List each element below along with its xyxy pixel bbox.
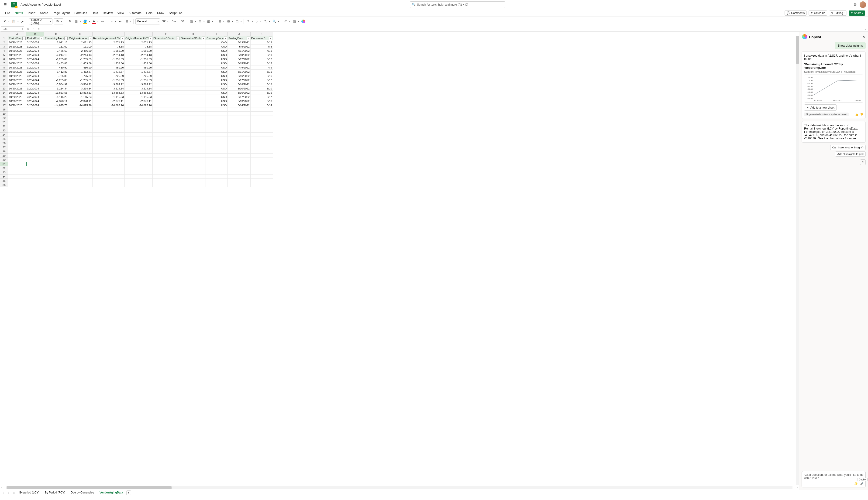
- cell[interactable]: [125, 149, 153, 154]
- cell[interactable]: [8, 170, 26, 174]
- fx-icon[interactable]: fx: [36, 27, 42, 31]
- row-header-30[interactable]: 30: [0, 158, 8, 162]
- undo-button[interactable]: ↶: [2, 19, 8, 24]
- cell[interactable]: [250, 145, 273, 149]
- row-header-26[interactable]: 26: [0, 141, 8, 145]
- row-header-7[interactable]: 7: [0, 61, 8, 66]
- cell[interactable]: [180, 133, 206, 137]
- cell[interactable]: -1,255.89: [44, 57, 68, 61]
- sheet-tab-vendoragingdata[interactable]: VendorAgingData: [97, 490, 125, 495]
- cell[interactable]: [153, 166, 180, 170]
- cell[interactable]: 10/20/2023: [8, 53, 26, 57]
- cell[interactable]: [26, 162, 44, 166]
- cell[interactable]: 10/20/2023: [8, 87, 26, 91]
- cell[interactable]: [125, 137, 153, 141]
- cell[interactable]: USD: [206, 49, 228, 53]
- cell[interactable]: [228, 154, 250, 158]
- filter-icon[interactable]: ▾: [269, 37, 272, 40]
- cell[interactable]: USD: [206, 66, 228, 70]
- row-header-5[interactable]: 5: [0, 53, 8, 57]
- cell[interactable]: [153, 116, 180, 120]
- cell[interactable]: 3/13: [250, 40, 273, 45]
- column-header-H[interactable]: H: [180, 32, 206, 36]
- cell[interactable]: [26, 120, 44, 124]
- cell[interactable]: [125, 116, 153, 120]
- cell[interactable]: 4/11/2022: [228, 49, 250, 53]
- cell[interactable]: 10/20/2023: [8, 74, 26, 78]
- cell[interactable]: [26, 166, 44, 170]
- cell[interactable]: [180, 179, 206, 183]
- cell[interactable]: [92, 166, 125, 170]
- cell[interactable]: USD: [206, 61, 228, 66]
- menu-tab-page-layout[interactable]: Page Layout: [50, 10, 72, 16]
- cell[interactable]: [8, 137, 26, 141]
- cell[interactable]: [228, 162, 250, 166]
- cell[interactable]: [153, 183, 180, 187]
- cell[interactable]: [92, 112, 125, 116]
- row-header-1[interactable]: 1: [0, 36, 8, 40]
- cell[interactable]: [180, 91, 206, 95]
- table-header-cell[interactable]: PostingDate▾: [228, 36, 250, 40]
- cell[interactable]: [153, 87, 180, 91]
- cell[interactable]: USD: [206, 103, 228, 107]
- cell[interactable]: [44, 141, 68, 145]
- cell[interactable]: 10/20/2023: [8, 70, 26, 74]
- sheet-tab-by-period-lcy-[interactable]: By period (LCY): [17, 490, 42, 495]
- formula-expand-icon[interactable]: ⌄: [863, 27, 868, 30]
- cell[interactable]: USD: [206, 78, 228, 82]
- suggestion-another-insight[interactable]: Can I see another insight?: [830, 145, 866, 150]
- cell[interactable]: [206, 112, 228, 116]
- cell[interactable]: [26, 107, 44, 112]
- cell[interactable]: [228, 170, 250, 174]
- cell[interactable]: 3/10/2022: [228, 53, 250, 57]
- cell[interactable]: [180, 112, 206, 116]
- cell[interactable]: [68, 116, 92, 120]
- cell[interactable]: [250, 116, 273, 120]
- cell[interactable]: -2,378.11: [125, 99, 153, 103]
- format-table-button[interactable]: ▤: [198, 19, 203, 24]
- cell[interactable]: [92, 107, 125, 112]
- cell[interactable]: [180, 74, 206, 78]
- cell[interactable]: [153, 137, 180, 141]
- cell[interactable]: [68, 141, 92, 145]
- cell[interactable]: [228, 174, 250, 179]
- cell[interactable]: 10/20/2023: [8, 40, 26, 45]
- cell[interactable]: 3/17: [250, 78, 273, 82]
- thumbs-up-icon[interactable]: 👍: [855, 113, 858, 116]
- cell[interactable]: [228, 149, 250, 154]
- share-button[interactable]: ⇪Share▾: [849, 11, 865, 15]
- cell[interactable]: [26, 137, 44, 141]
- cell[interactable]: [26, 154, 44, 158]
- cell-styles-button[interactable]: ▥: [206, 19, 211, 24]
- cell[interactable]: [180, 128, 206, 133]
- cell[interactable]: [206, 124, 228, 128]
- cell[interactable]: [8, 120, 26, 124]
- cell[interactable]: -450.90: [92, 66, 125, 70]
- row-header-14[interactable]: 14: [0, 91, 8, 95]
- cell[interactable]: 5/5/2022: [228, 45, 250, 49]
- cell[interactable]: [68, 120, 92, 124]
- cell[interactable]: [153, 49, 180, 53]
- cell[interactable]: [8, 133, 26, 137]
- column-header-F[interactable]: F: [125, 32, 153, 36]
- cell[interactable]: 3/15: [250, 61, 273, 66]
- cell[interactable]: [26, 149, 44, 154]
- cell[interactable]: [153, 45, 180, 49]
- cell[interactable]: 10/20/2023: [8, 82, 26, 87]
- cell[interactable]: [180, 49, 206, 53]
- cell[interactable]: 3/20/2024: [26, 61, 44, 66]
- cell[interactable]: 3/20/2024: [26, 82, 44, 87]
- cell[interactable]: [8, 149, 26, 154]
- cell[interactable]: 3/10: [250, 53, 273, 57]
- cell[interactable]: -2,071.13: [44, 40, 68, 45]
- row-header-20[interactable]: 20: [0, 116, 8, 120]
- cell[interactable]: [8, 112, 26, 116]
- cell[interactable]: [206, 141, 228, 145]
- cell[interactable]: [153, 57, 180, 61]
- cell[interactable]: [26, 145, 44, 149]
- cell[interactable]: 10/20/2023: [8, 45, 26, 49]
- cell[interactable]: 3/20/2024: [26, 95, 44, 99]
- table-header-cell[interactable]: Dimension2Code▾: [180, 36, 206, 40]
- cell[interactable]: -1,655.09: [125, 49, 153, 53]
- cell[interactable]: [153, 124, 180, 128]
